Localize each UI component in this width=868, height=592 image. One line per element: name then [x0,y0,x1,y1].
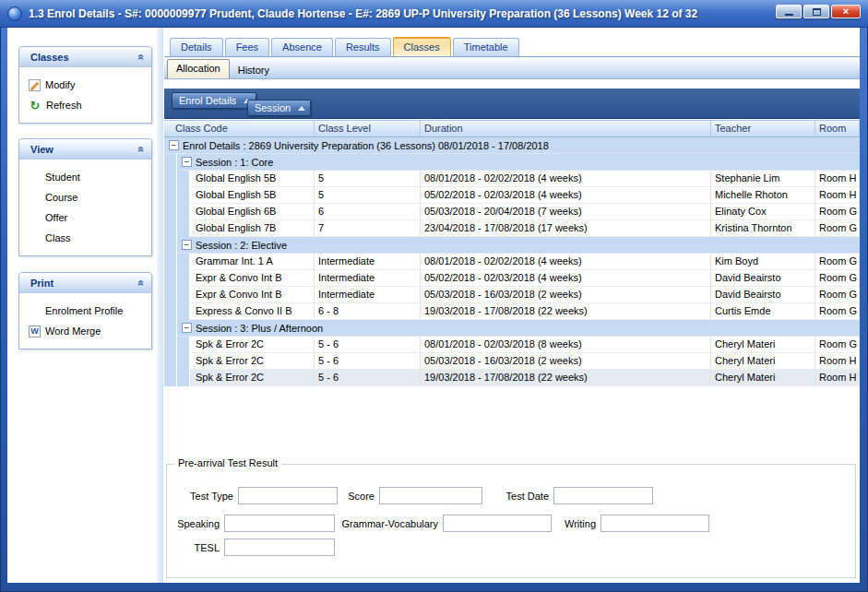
sidebar-item-class[interactable]: Class [19,228,151,248]
cell-duration: 08/01/2018 - 02/02/2018 (4 weeks) [421,171,711,187]
cell-room: Room G - [815,204,860,220]
collapse-box-icon[interactable]: − [182,157,192,167]
app-window: 1.3 Enrol Details - S#: 0000009977 Prude… [0,0,868,592]
cell-class-level: 5 [315,187,421,204]
sidebar-item-label: Offer [45,212,67,223]
class-row[interactable]: Global English 5B505/02/2018 - 02/03/201… [164,187,860,204]
cell-teacher: David Beairsto [711,287,815,303]
sidebar-item-enrolment-profile[interactable]: Enrolment Profile [19,301,151,321]
collapse-chevron-icon[interactable]: » [135,146,148,152]
class-row[interactable]: Grammar Int. 1 AIntermediate08/01/2018 -… [164,254,860,270]
subtab-allocation[interactable]: Allocation [167,59,230,78]
cell-class-level: Intermediate [315,270,421,287]
cell-teacher: Michelle Rhoton [711,187,815,204]
sidebar-panel-view: View»StudentCourseOfferClass [18,138,152,256]
sidebar-item-label: Enrolment Profile [45,305,123,316]
minimize-icon[interactable] [776,5,802,18]
cell-duration: 08/01/2018 - 02/02/2018 (4 weeks) [421,254,711,270]
cell-teacher: Cheryl Materi [711,337,815,353]
tab-timetable[interactable]: Timetable [453,38,519,56]
class-row[interactable]: Express & Convo II B6 - 819/03/2018 - 17… [164,303,860,320]
class-row[interactable]: Expr & Convo Int BIntermediate05/03/2018… [164,287,860,303]
class-row[interactable]: Global English 5B508/01/2018 - 02/02/201… [164,171,860,187]
class-row[interactable]: Spk & Error 2C5 - 605/03/2018 - 16/03/20… [164,353,860,370]
class-row[interactable]: Global English 7B723/04/2018 - 17/08/201… [164,220,860,237]
group-indent [164,187,177,204]
writing-input[interactable] [600,515,709,532]
column-header-teacher[interactable]: Teacher [711,121,815,136]
class-row[interactable]: Spk & Error 2C5 - 619/03/2018 - 17/08/20… [164,370,860,386]
cell-duration: 05/02/2018 - 02/03/2018 (4 weeks) [421,187,711,204]
class-row[interactable]: Expr & Convo Int BIntermediate05/02/2018… [164,270,860,287]
tab-details[interactable]: Details [170,38,223,56]
column-header-room[interactable]: Room [815,121,860,136]
collapse-chevron-icon[interactable]: » [135,53,148,60]
cell-duration: 19/03/2018 - 17/08/2018 (22 weeks) [421,370,711,386]
group-row-session-2[interactable]: −Session : 2: Elective [164,237,860,254]
sidebar-panel-print: Print»Enrolment ProfileWWord Merge [18,272,152,349]
writing-label: Writing [558,518,596,529]
sidebar-item-word-merge[interactable]: WWord Merge [19,321,151,341]
speaking-input[interactable] [224,515,335,532]
group-indent [164,154,177,171]
group-indent [164,237,177,254]
panel-title: View [30,144,137,155]
maximize-icon[interactable] [803,5,829,18]
tesl-field: TESL [172,539,335,556]
sidebar-item-offer[interactable]: Offer [19,207,151,228]
panel-header-view[interactable]: View» [19,139,151,160]
panel-header-print[interactable]: Print» [19,273,151,293]
groupby-enrol-details[interactable]: Enrol Details [172,92,256,109]
subtab-history[interactable]: History [230,62,278,78]
cell-room: Room G - [815,254,860,270]
cell-teacher: Kim Boyd [711,254,815,270]
column-header-class-code[interactable]: Class Code [164,121,315,136]
cell-class-level: 6 - 8 [315,303,421,320]
groupby-session[interactable]: Session [247,100,311,116]
class-row[interactable]: Spk & Error 2C5 - 608/01/2018 - 02/03/20… [164,337,860,353]
grammar-vocabulary-label: Grammar-Vocabulary [340,518,438,529]
collapse-box-icon[interactable]: − [182,323,192,333]
group-indent [164,370,177,386]
tab-absence[interactable]: Absence [271,38,333,56]
score-input[interactable] [379,487,482,504]
collapse-chevron-icon[interactable]: » [135,279,148,286]
tesl-input[interactable] [224,539,335,556]
tab-classes[interactable]: Classes [393,37,451,56]
collapse-box-icon[interactable]: − [169,140,179,150]
titlebar[interactable]: 1.3 Enrol Details - S#: 0000009977 Prude… [0,0,868,28]
panel-header-classes[interactable]: Classes» [19,47,151,67]
class-row[interactable]: Global English 6B605/03/2018 - 20/04/201… [164,204,860,220]
score-field: Score [315,487,482,504]
sidebar: Classes»Modify↻RefreshView»StudentCourse… [18,46,152,583]
group-row-session-3[interactable]: −Session : 3: Plus / Afternoon [164,320,860,337]
cell-class-level: 5 - 6 [315,353,421,370]
sidebar-item-refresh[interactable]: ↻Refresh [19,95,151,115]
column-header-duration[interactable]: Duration [421,121,711,136]
test-date-input[interactable] [553,487,653,504]
sidebar-item-label: Refresh [46,100,82,111]
collapse-box-icon[interactable]: − [182,240,192,250]
sidebar-item-student[interactable]: Student [19,167,151,187]
sidebar-item-modify[interactable]: Modify [19,75,151,95]
cell-duration: 05/03/2018 - 20/04/2018 (7 weeks) [421,204,711,220]
sidebar-splitter[interactable] [157,28,163,583]
group-row-session-1[interactable]: −Session : 1: Core [164,154,860,171]
close-icon[interactable]: × [831,5,861,18]
cell-duration: 05/03/2018 - 16/03/2018 (2 weeks) [421,287,711,303]
column-header-class-level[interactable]: Class Level [315,121,421,136]
grid-body: −Enrol Details : 2869 University Prepara… [164,137,860,386]
sidebar-item-course[interactable]: Course [19,187,151,207]
tab-fees[interactable]: Fees [225,38,269,56]
panel-title: Classes [30,52,137,63]
group-row-enrol-details[interactable]: −Enrol Details : 2869 University Prepara… [164,137,860,154]
cell-teacher: Stephanie Lim [711,171,815,187]
tab-results[interactable]: Results [335,38,391,56]
grid-header: Class CodeClass LevelDurationTeacherRoom [164,120,860,137]
sidebar-item-label: Class [45,232,71,243]
group-indent [164,171,177,187]
grammar-vocabulary-input[interactable] [443,515,552,532]
cell-duration: 05/03/2018 - 16/03/2018 (2 weeks) [421,353,711,370]
group-indent [164,303,177,320]
group-indent [177,370,190,386]
